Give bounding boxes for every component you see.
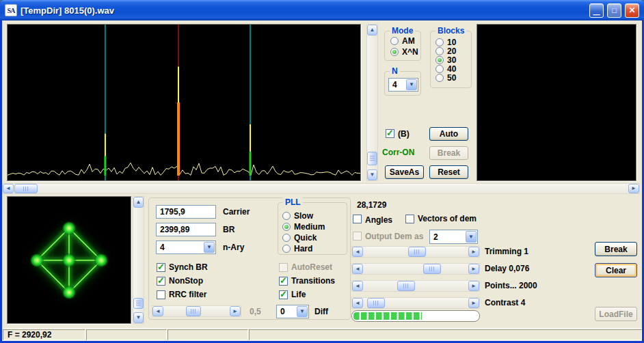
scrollbar-thumb[interactable]: [14, 184, 38, 193]
chevron-down-icon[interactable]: ▼: [204, 242, 215, 253]
vectors-of-dem-checkbox[interactable]: [405, 215, 414, 223]
thumb-grip: [414, 249, 420, 254]
spectrum-vertical-scrollbar[interactable]: ▲ ▼: [366, 24, 378, 181]
minimize-button[interactable]: —: [589, 3, 604, 18]
title-bar[interactable]: SA [TempDir] 8015(0).wav — □ ✕: [0, 0, 644, 20]
chevron-left-icon[interactable]: ◄: [152, 306, 163, 316]
radio-am[interactable]: AM: [390, 36, 415, 46]
radio-blocks-50[interactable]: 50: [435, 73, 456, 83]
chevron-right-icon[interactable]: ►: [468, 298, 479, 308]
b-checkbox[interactable]: ✓: [386, 129, 394, 138]
radio-blocks-30-label: 30: [447, 55, 456, 65]
chevron-down-icon[interactable]: ▼: [297, 306, 308, 317]
blocks-group: Blocks 10 20 30 40 50: [430, 31, 472, 88]
radio-pll-quick[interactable]: Quick: [282, 233, 317, 243]
radio-icon[interactable]: [282, 234, 291, 242]
radio-selected-dot: [284, 225, 289, 229]
chevron-up-icon[interactable]: ▲: [133, 197, 144, 208]
maximize-icon: □: [612, 6, 617, 14]
chevron-down-icon[interactable]: ▼: [367, 169, 377, 180]
chevron-right-icon[interactable]: ►: [468, 264, 479, 274]
saveas-button[interactable]: SaveAs: [385, 165, 424, 179]
chevron-down-icon[interactable]: ▼: [133, 312, 144, 323]
radio-icon[interactable]: [390, 37, 399, 45]
contrast-slider[interactable]: ◄ ►: [351, 297, 480, 309]
radio-icon[interactable]: [435, 47, 444, 55]
radio-blocks-20[interactable]: 20: [435, 46, 456, 56]
window-title: [TempDir] 8015(0).wav: [21, 5, 586, 16]
constellation-display[interactable]: [7, 196, 131, 324]
delay-label: Delay 0,076: [485, 264, 529, 273]
synch-br-checkbox[interactable]: ✓: [157, 263, 165, 272]
radio-icon[interactable]: [435, 65, 444, 73]
radio-selected-dot: [438, 58, 442, 62]
radio-icon[interactable]: [390, 48, 399, 56]
chevron-left-icon[interactable]: ◄: [352, 298, 363, 308]
life-checkbox[interactable]: ✓: [279, 290, 288, 299]
application-window: SA [TempDir] 8015(0).wav — □ ✕ ▲ ▼ Mode …: [0, 0, 644, 343]
nary-dropdown[interactable]: 4 ▼: [156, 241, 216, 254]
br-input[interactable]: 2399,89: [156, 223, 216, 236]
radio-xn[interactable]: X^N: [390, 47, 418, 57]
slider-thumb[interactable]: [397, 281, 415, 291]
status-panel: [249, 329, 642, 340]
slider-thumb[interactable]: [186, 306, 201, 316]
chevron-right-icon[interactable]: ►: [468, 281, 479, 291]
scrollbar-thumb[interactable]: [133, 298, 144, 309]
radio-pll-slow[interactable]: Slow: [282, 211, 313, 221]
spectrum-display[interactable]: [7, 24, 361, 181]
clear-button[interactable]: Clear: [595, 263, 637, 277]
nonstop-checkbox[interactable]: ✓: [157, 277, 165, 286]
radio-icon[interactable]: [282, 212, 291, 220]
mode-group-title: Mode: [390, 26, 415, 36]
constellation-plot: [8, 197, 131, 323]
constellation-vertical-scrollbar[interactable]: ▲ ▼: [133, 196, 144, 324]
chevron-left-icon[interactable]: ◄: [352, 264, 363, 274]
chevron-right-icon[interactable]: ►: [468, 247, 479, 257]
radio-blocks-30[interactable]: 30: [435, 55, 456, 65]
chevron-left-icon[interactable]: ◄: [3, 184, 14, 193]
reset-button[interactable]: Reset: [429, 165, 468, 179]
rrc-filter-label: RRC filter: [169, 290, 206, 299]
radio-blocks-10[interactable]: 10: [435, 38, 456, 47]
chevron-left-icon[interactable]: ◄: [352, 281, 363, 291]
radio-pll-quick-label: Quick: [294, 233, 317, 243]
break-button[interactable]: Break: [595, 242, 637, 256]
radio-icon[interactable]: [435, 56, 444, 64]
close-button[interactable]: ✕: [625, 3, 639, 18]
chevron-right-icon[interactable]: ►: [230, 306, 241, 316]
trimming-slider[interactable]: ◄ ►: [351, 246, 480, 258]
radio-pll-medium[interactable]: Medium: [282, 222, 325, 232]
rrc-filter-checkbox[interactable]: [157, 290, 165, 299]
chevron-down-icon[interactable]: ▼: [466, 231, 477, 243]
transitions-checkbox[interactable]: ✓: [279, 277, 288, 286]
angles-checkbox[interactable]: [353, 215, 362, 223]
auto-button[interactable]: Auto: [429, 127, 468, 141]
delay-slider[interactable]: ◄ ►: [351, 263, 480, 275]
chevron-right-icon[interactable]: ►: [628, 184, 639, 193]
carrier-input[interactable]: 1795,9: [156, 205, 216, 219]
radio-blocks-40[interactable]: 40: [435, 64, 456, 74]
slider-thumb[interactable]: [408, 247, 426, 257]
main-horizontal-scrollbar[interactable]: ◄ ►: [2, 183, 640, 194]
slider-thumb[interactable]: [367, 298, 385, 308]
n-dropdown[interactable]: 4 ▼: [388, 78, 418, 92]
diff-dropdown[interactable]: 0 ▼: [276, 305, 309, 318]
radio-icon[interactable]: [435, 74, 444, 82]
chevron-down-icon[interactable]: ▼: [406, 79, 417, 90]
corr-status-label: Corr-ON: [382, 148, 414, 157]
points-slider[interactable]: ◄ ►: [351, 280, 480, 292]
rate-slider[interactable]: ◄ ►: [152, 305, 241, 317]
window-body: SA [TempDir] 8015(0).wav — □ ✕ ▲ ▼ Mode …: [0, 0, 644, 343]
radio-icon[interactable]: [282, 223, 291, 231]
radio-icon[interactable]: [282, 245, 291, 253]
output-dem-dropdown[interactable]: 2 ▼: [429, 230, 478, 244]
scrollbar-thumb[interactable]: [367, 152, 377, 165]
contrast-label: Contrast 4: [485, 298, 525, 307]
chevron-up-icon[interactable]: ▲: [367, 25, 377, 36]
radio-pll-hard[interactable]: Hard: [282, 244, 312, 253]
chevron-left-icon[interactable]: ◄: [352, 247, 363, 257]
radio-icon[interactable]: [435, 38, 444, 46]
slider-thumb[interactable]: [423, 264, 441, 274]
check-icon: ✓: [280, 277, 287, 284]
